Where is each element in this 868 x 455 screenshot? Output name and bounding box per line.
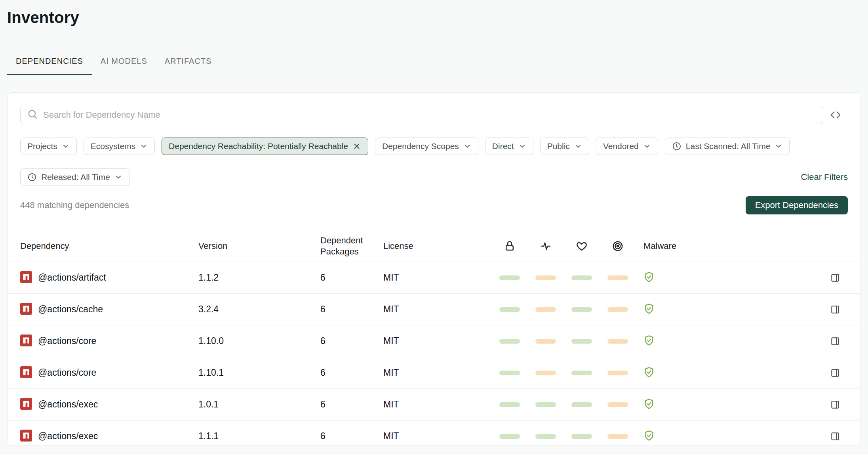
license-cell: MIT [383,336,491,346]
dependencies-table: Dependency Version Dependent Packages Li… [8,230,860,446]
dependency-name: @actions/artifact [38,272,106,283]
vulnerability-score-bar [607,402,628,407]
version-cell: 1.10.0 [198,336,320,346]
quality-score-bar [535,275,556,280]
quality-score-bar [535,307,556,312]
clock-icon [27,172,37,182]
column-header-license: License [383,241,491,251]
chevron-down-icon [643,142,651,150]
activity-icon [527,240,563,252]
lock-icon [491,240,527,252]
filter-chip[interactable]: Ecosystems [84,138,155,155]
filter-chip[interactable]: Last Scanned: All Time [665,138,790,155]
filter-chips-row-1: Projects Ecosystems Dependency Reachabil… [20,138,848,155]
npm-package-icon [20,303,32,316]
filter-chip[interactable]: Projects [20,138,77,155]
filter-chip-label: Direct [492,141,514,151]
inventory-page: Inventory DEPENDENCIESAI MODELSARTIFACTS… [0,0,868,446]
open-side-panel-icon[interactable] [822,336,848,346]
export-dependencies-button[interactable]: Export Dependencies [746,196,848,214]
column-header-dependency: Dependency [20,241,198,251]
chevron-down-icon [114,173,122,181]
tab-artifacts[interactable]: ARTIFACTS [156,57,221,75]
heart-icon [563,240,600,252]
chevron-down-icon [463,142,471,150]
page-title: Inventory [7,0,861,27]
filter-chip-label: Dependency Reachability: Potentially Rea… [169,141,348,151]
column-header-version: Version [198,241,320,251]
vulnerability-score-bar [607,339,628,344]
dependent-packages-cell: 6 [320,336,383,346]
search-row [20,106,848,124]
filter-chip[interactable]: Dependency Reachability: Potentially Rea… [162,138,368,155]
dependent-packages-cell: 6 [320,272,383,283]
security-score-bar [499,402,520,407]
version-cell: 1.1.2 [198,272,320,283]
shield-check-icon [643,436,655,442]
tab-dependencies[interactable]: DEPENDENCIES [7,57,92,75]
filter-chip[interactable]: Dependency Scopes [375,138,478,155]
filter-chip-label: Public [547,141,570,151]
dependent-packages-cell: 6 [320,367,383,378]
dependent-packages-cell: 6 [320,399,383,410]
filter-chip[interactable]: Direct [485,138,533,155]
clear-filters-link[interactable]: Clear Filters [801,172,848,182]
security-score-bar [499,434,520,439]
dependency-name: @actions/exec [38,399,98,410]
malware-status [636,335,822,348]
match-count: 448 matching dependencies [20,200,129,210]
search-box [20,106,823,124]
maintenance-score-bar [571,339,592,344]
filter-chip-label: Vendored [603,141,639,151]
dependency-name: @actions/core [38,336,96,346]
filter-chip[interactable]: Released: All Time [20,168,129,186]
license-cell: MIT [383,399,491,410]
quality-score-bar [535,402,556,407]
open-side-panel-icon[interactable] [822,431,848,442]
npm-package-icon [20,271,32,285]
clock-icon [672,141,681,151]
filter-chip[interactable]: Vendored [596,138,658,155]
filter-chip-label: Last Scanned: All Time [686,141,771,151]
tab-label: DEPENDENCIES [16,57,83,65]
code-search-icon[interactable] [823,109,848,121]
column-header-dependent-packages: Dependent Packages [320,235,368,257]
open-side-panel-icon[interactable] [822,400,848,410]
table-row[interactable]: @actions/cache 3.2.4 6 MIT [8,294,860,325]
table-row[interactable]: @actions/core 1.10.0 6 MIT [8,325,860,357]
table-row[interactable]: @actions/core 1.10.1 6 MIT [8,357,860,389]
vulnerability-score-bar [607,434,628,439]
malware-status [636,303,822,316]
security-score-bar [499,275,520,280]
security-score-bar [499,307,520,312]
malware-status [636,430,822,443]
tab-ai-models[interactable]: AI MODELS [92,57,156,75]
dependent-packages-cell: 6 [320,304,383,315]
maintenance-score-bar [571,434,592,439]
maintenance-score-bar [571,307,592,312]
remove-filter-icon[interactable] [352,142,361,151]
version-cell: 3.2.4 [198,304,320,315]
open-side-panel-icon[interactable] [822,273,848,283]
open-side-panel-icon[interactable] [822,304,848,315]
filter-chips-row-2: Released: All Time Clear Filters [20,168,848,186]
tab-label: AI MODELS [101,57,147,65]
version-cell: 1.0.1 [198,399,320,410]
table-row[interactable]: @actions/exec 1.1.1 6 MIT [8,421,860,446]
search-input[interactable] [43,110,817,120]
dependency-name: @actions/cache [38,304,103,315]
malware-status [636,398,822,411]
filter-chip[interactable]: Public [540,138,589,155]
table-body: @actions/artifact 1.1.2 6 MIT @actions/c… [8,262,860,446]
target-icon [600,240,636,252]
table-row[interactable]: @actions/exec 1.0.1 6 MIT [8,389,860,421]
shield-check-icon [643,309,655,315]
npm-package-icon [20,335,32,348]
open-side-panel-icon[interactable] [822,368,848,378]
shield-check-icon [643,404,655,411]
column-header-malware: Malware [636,241,822,251]
npm-package-icon [20,430,32,443]
malware-status [636,367,822,379]
table-row[interactable]: @actions/artifact 1.1.2 6 MIT [8,262,860,294]
maintenance-score-bar [571,402,592,407]
